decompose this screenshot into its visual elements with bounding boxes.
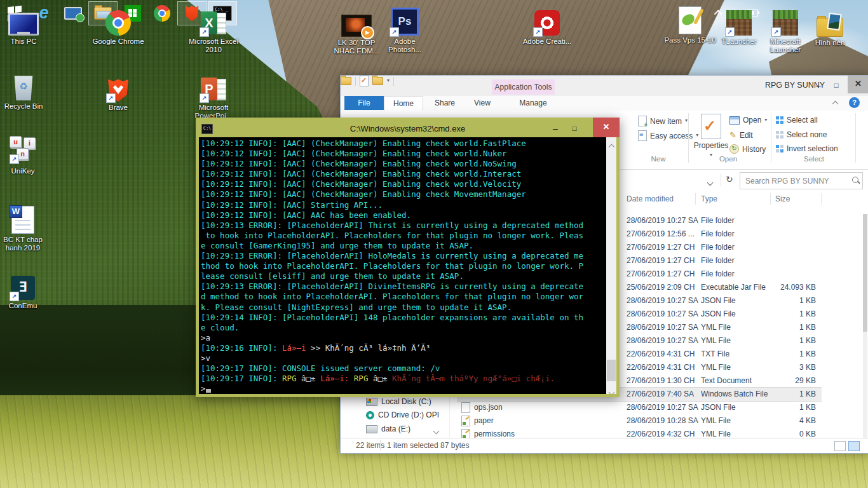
qat-properties-icon[interactable]: [360, 76, 369, 86]
application-tools-tab[interactable]: Application Tools: [492, 79, 555, 95]
explorer-title-bar[interactable]: ▾ Application Tools RPG BY SUNNY – □ ✕: [341, 76, 868, 96]
desktop-icon-hinh-nen[interactable]: Hình nền: [803, 6, 857, 47]
edit-button[interactable]: ✎ Edit: [729, 130, 753, 140]
file-date-cell: 27/06/2019 1:27 CH: [627, 241, 695, 254]
group-label-new: New: [630, 155, 687, 163]
video-file-icon: ▶: [341, 6, 372, 37]
desktop-icon-bc-kt-doc[interactable]: W BC KT chap hanh 2019: [0, 203, 50, 252]
cmd-scrollbar[interactable]: [606, 137, 616, 394]
tab-home[interactable]: Home: [384, 96, 423, 111]
cmd-title-bar[interactable]: C:\ C:\Windows\system32\cmd.exe – □ ✕: [199, 121, 616, 137]
status-bar: 22 items 1 item selected 87 bytes: [341, 438, 868, 453]
desktop-icon-this-pc[interactable]: This PC: [0, 5, 51, 46]
nav-item-local-disk-c[interactable]: Local Disk (C:): [366, 397, 431, 406]
tab-share[interactable]: Share: [426, 96, 464, 110]
desktop-icon-pass-vps[interactable]: Pass Vps 15-10: [663, 4, 717, 44]
desktop-icon-unikey[interactable]: u i n ↗ UniKey: [0, 135, 50, 175]
remote-desktop-icon: [64, 7, 82, 20]
chrome-icon: [105, 5, 131, 36]
desktop-icon-google-chrome[interactable]: Google Chrome: [91, 5, 146, 46]
desktop-icon-excel[interactable]: X↗ Microsoft Excel 2010: [186, 5, 241, 54]
cmd-scrollbar-thumb[interactable]: [607, 360, 616, 381]
desktop-icon-label: Recycle Bin: [4, 102, 43, 111]
file-list-scrollbar[interactable]: [863, 214, 867, 438]
qat-customize-icon[interactable]: ▾: [387, 78, 390, 83]
file-size-cell: [730, 241, 816, 254]
console-line: d method to hook into PlaceholderAPI. Pl…: [201, 292, 605, 302]
new-item-button[interactable]: New item▾: [638, 116, 688, 126]
desktop-icon-brave[interactable]: ↗ Brave: [91, 71, 146, 112]
new-item-icon: [638, 116, 647, 126]
file-size-cell: [730, 254, 816, 268]
column-header-type[interactable]: Type: [701, 194, 717, 203]
excel-icon: X↗: [201, 5, 226, 36]
file-type-cell: YML File: [701, 361, 731, 374]
console-line: >a: [201, 333, 605, 343]
powerpoint-icon: P↗: [201, 71, 226, 102]
column-header-date-modified[interactable]: Date modified: [627, 194, 674, 203]
easy-access-button[interactable]: Easy access▾: [638, 130, 698, 141]
collapse-ribbon-icon[interactable]: [833, 99, 841, 105]
select-all-button[interactable]: Select all: [776, 116, 818, 125]
select-none-button[interactable]: Select none: [776, 130, 827, 139]
nav-item-cd-drive-d[interactable]: CD Drive (D:) OPI: [366, 410, 439, 419]
column-header-size[interactable]: Size: [775, 194, 790, 203]
file-size-cell: 1 KB: [730, 321, 816, 334]
search-input[interactable]: [744, 173, 848, 188]
desktop-icon-photoshop[interactable]: Ps↗ Adobe Photosh...: [377, 5, 432, 54]
file-row[interactable]: ops.json28/06/2019 10:27 SAJSON File1 KB: [457, 401, 822, 414]
desktop-icon-conemu[interactable]: Ǝ↗ ConEmu: [0, 269, 50, 310]
console-line: >v: [201, 353, 605, 363]
file-size-cell: 1 KB: [730, 348, 816, 361]
desktop-icon-recycle-bin[interactable]: ♻ Recycle Bin: [0, 70, 51, 111]
properties-button[interactable]: Properties ▾: [693, 114, 729, 159]
file-date-cell: 27/06/2019 1:27 CH: [627, 268, 695, 281]
desktop-icon-label: This PC: [11, 37, 37, 46]
scrollbar-thumb[interactable]: [863, 214, 867, 332]
minimize-button[interactable]: –: [810, 78, 827, 92]
file-type-cell: File folder: [701, 214, 735, 227]
nav-item-data-e[interactable]: data (E:): [366, 424, 410, 433]
window-folder-icon: [341, 77, 351, 85]
tab-view[interactable]: View: [465, 96, 499, 110]
local-disk-icon: [366, 398, 377, 406]
cmd-minimize-button[interactable]: –: [546, 121, 564, 137]
cmd-maximize-button[interactable]: □: [566, 121, 583, 137]
status-selection: 1 item selected 87 bytes: [387, 441, 469, 450]
select-all-icon: [776, 116, 783, 124]
desktop-icon-creative-cloud[interactable]: ↗ Adobe Creati...: [520, 5, 574, 46]
shortcut-arrow-icon: ↗: [10, 292, 19, 301]
console-line: [10:29:12 INFO]: [AAC] (CheckManager) En…: [201, 149, 605, 159]
file-date-cell: 28/06/2019 10:27 SA: [627, 321, 698, 334]
taskbar-chrome[interactable]: [148, 2, 176, 25]
edit-icon: ✎: [729, 130, 736, 140]
details-view-button[interactable]: [834, 441, 846, 451]
help-button[interactable]: ?: [849, 97, 860, 108]
maximize-button[interactable]: □: [828, 78, 844, 92]
desktop-icon-video-lk30[interactable]: ▶ LK 30' TOP NHAC EDM...: [329, 6, 384, 55]
qat-new-folder-icon[interactable]: [372, 77, 383, 85]
file-row[interactable]: permissions22/06/2019 4:32 CHYML File0 K…: [457, 428, 822, 438]
cmd-close-button[interactable]: ✕: [593, 118, 620, 137]
console-line: [10:29:12 INFO]: [AAC] (CheckManager) En…: [201, 179, 605, 189]
open-button[interactable]: Open▾: [729, 116, 767, 125]
cmd-client-area: [10:29:12 INFO]: [AAC] (CheckManager) En…: [199, 137, 616, 394]
word-document-icon: W: [11, 203, 34, 234]
file-row[interactable]: paper28/06/2019 10:28 SAYML File4 KB: [457, 414, 822, 428]
large-icons-view-button[interactable]: [848, 441, 860, 451]
refresh-icon[interactable]: ↻: [726, 174, 733, 184]
close-button[interactable]: ✕: [848, 76, 868, 93]
tab-manage[interactable]: Manage: [497, 96, 569, 110]
desktop-icon-label: Brave: [109, 104, 128, 112]
taskbar-remote-desktop[interactable]: [59, 2, 87, 25]
console-output: [10:29:12 INFO]: [AAC] (CheckManager) En…: [201, 139, 605, 394]
address-dropdown-icon[interactable]: [708, 178, 712, 187]
file-name-cell: ops.json: [461, 401, 620, 414]
history-button[interactable]: ↻ History: [729, 144, 766, 154]
tab-file[interactable]: File: [344, 96, 384, 110]
search-box[interactable]: [740, 172, 863, 189]
desktop-icon-powerpoint[interactable]: P↗ Microsoft PowerPoi...: [186, 71, 241, 120]
nav-scroll-down-icon[interactable]: [434, 426, 438, 435]
invert-selection-button[interactable]: Invert selection: [776, 144, 838, 153]
search-icon[interactable]: [852, 177, 858, 183]
